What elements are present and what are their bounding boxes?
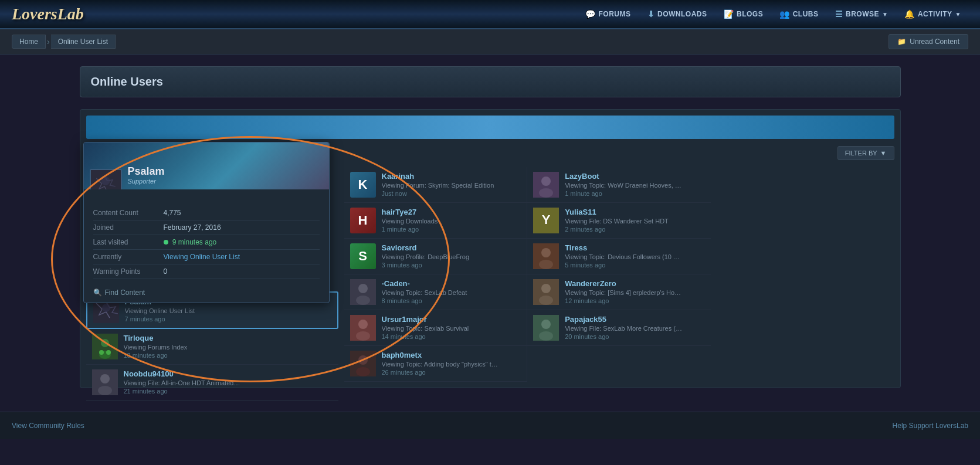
activity-icon: 🔔 (904, 9, 915, 19)
unread-content-button[interactable]: 📁 Unread Content (889, 34, 968, 49)
nav-clubs[interactable]: 👥 CLUBS (772, 6, 825, 22)
user-entry-wandererzero[interactable]: WandererZero Viewing Topic: [Sims 4] erp… (527, 274, 711, 310)
user-name-saviorsrd[interactable]: Saviorsrd (382, 243, 521, 252)
folder-icon: 📁 (897, 38, 906, 46)
user-info-noobdu94100: Noobdu94100 Viewing File: All-in-One HDT… (124, 369, 333, 395)
nav-browse[interactable]: ☰ BROWSE ▼ (828, 6, 896, 22)
user-entry-yulias11[interactable]: Y YuliaS11 Viewing File: DS Wanderer Set… (527, 203, 711, 239)
nav-downloads[interactable]: ⬇ DOWNLOADS (640, 6, 714, 22)
footer-community-rules-link[interactable]: View Community Rules (12, 422, 84, 430)
user-avatar-papajack55 (533, 315, 559, 341)
user-avatar-baph0metx (350, 351, 376, 376)
svg-point-28 (101, 339, 109, 347)
user-time-baph0metx: 26 minutes ago (382, 369, 521, 376)
svg-point-24 (539, 331, 553, 341)
users-area: FILTER BY ▼ (80, 109, 901, 388)
user-name-ursur1major[interactable]: Ursur1major (382, 315, 521, 324)
user-info-kaarinah: Kaarinah Viewing Forum: Skyrim: Special … (382, 172, 521, 197)
user-info-tirloque: Tirloque Viewing Forums Index 13 minutes… (124, 334, 333, 359)
user-name-kaarinah[interactable]: Kaarinah (382, 172, 521, 181)
svg-point-34 (98, 386, 112, 395)
user-entry-ursur1major[interactable]: Ursur1major Viewing Topic: Sexlab Surviv… (344, 310, 527, 346)
browse-dropdown-icon: ▼ (882, 11, 888, 18)
nav-activity[interactable]: 🔔 ACTIVITY ▼ (897, 6, 968, 22)
svg-point-7 (356, 331, 370, 341)
breadcrumb-bar: Home › Online User List 📁 Unread Content (0, 29, 980, 55)
user-avatar-kaarinah: K (350, 172, 376, 198)
user-time-yulias11: 2 minutes ago (565, 226, 705, 233)
user-avatar-tirloque (92, 334, 118, 359)
site-footer: View Community Rules Help Support Lovers… (0, 412, 980, 439)
filter-by-button[interactable]: FILTER BY ▼ (837, 146, 894, 160)
users-column-left: Psalam Viewing Online User List 7 minute… (86, 291, 338, 400)
user-info-baph0metx: baph0metx Viewing Topic: Adding body "ph… (382, 351, 521, 376)
nav-forums[interactable]: 💬 FORUMS (578, 6, 638, 22)
breadcrumb-separator: › (46, 37, 51, 46)
user-activity-tirloque: Viewing Forums Index (124, 344, 241, 351)
downloads-icon: ⬇ (647, 9, 655, 19)
user-info-lazyboot: LazyBoot Viewing Topic: WoW Draenei Hoov… (565, 172, 705, 197)
user-entry-saviorsrd[interactable]: S Saviorsrd Viewing Profile: DeepBlueFro… (344, 239, 527, 274)
user-name-yulias11[interactable]: YuliaS11 (565, 208, 705, 216)
breadcrumb-home[interactable]: Home (12, 35, 46, 49)
nav-blogs[interactable]: 📝 BLOGS (717, 6, 771, 22)
user-entry-baph0metx[interactable]: baph0metx Viewing Topic: Adding body "ph… (344, 346, 527, 382)
popup-avatar-image (91, 170, 121, 189)
user-entry-tiress[interactable]: Tiress Viewing Topic: Devious Followers … (527, 239, 711, 274)
user-avatar-yulias11: Y (533, 208, 559, 233)
popup-avatar (90, 169, 122, 189)
blogs-icon: 📝 (724, 9, 734, 19)
user-entry-caden[interactable]: -Caden- Viewing Topic: SexLab Defeat 8 m… (344, 274, 527, 310)
user-entry-kaarinah[interactable]: K Kaarinah Viewing Forum: Skyrim: Specia… (344, 167, 527, 203)
user-name-tirloque[interactable]: Tirloque (124, 334, 333, 342)
user-activity-kaarinah: Viewing Forum: Skyrim: Special Edition (382, 182, 499, 189)
user-name-papajack55[interactable]: Papajack55 (565, 315, 705, 324)
user-time-caden: 8 minutes ago (382, 297, 521, 304)
user-entry-tirloque[interactable]: Tirloque Viewing Forums Index 13 minutes… (86, 329, 338, 365)
user-entry-lazyboot[interactable]: LazyBoot Viewing Topic: WoW Draenei Hoov… (527, 167, 711, 203)
user-activity-yulias11: Viewing File: DS Wanderer Set HDT (565, 218, 682, 225)
find-content-link[interactable]: 🔍 Find Content (84, 285, 329, 303)
user-time-hairtye27: 1 minute ago (382, 226, 521, 233)
user-time-lazyboot: 1 minute ago (565, 190, 705, 197)
popup-last-visited-row: Last visited 9 minutes ago (93, 235, 320, 250)
svg-point-33 (100, 374, 110, 383)
user-entry-noobdu94100[interactable]: Noobdu94100 Viewing File: All-in-One HDT… (86, 365, 338, 400)
site-logo[interactable]: LoversLab (12, 5, 84, 23)
svg-point-20 (541, 284, 551, 293)
user-entry-papajack55[interactable]: Papajack55 Viewing File: SexLab More Cre… (527, 310, 711, 346)
user-avatar-hairtye27: H (350, 208, 376, 233)
user-activity-hairtye27: Viewing Downloads (382, 218, 499, 225)
footer-support-link[interactable]: Help Support LoversLab (893, 422, 968, 430)
breadcrumb-online-user-list[interactable]: Online User List (51, 35, 116, 49)
svg-point-1 (101, 177, 110, 185)
user-name-caden[interactable]: -Caden- (382, 279, 521, 288)
filter-dropdown-icon: ▼ (880, 150, 887, 157)
user-activity-ursur1major: Viewing Topic: Sexlab Survival (382, 325, 499, 332)
user-name-wandererzero[interactable]: WandererZero (565, 279, 705, 288)
user-activity-tiress: Viewing Topic: Devious Followers (10 Apr… (565, 253, 682, 260)
svg-text:Y: Y (542, 212, 551, 227)
user-avatar-wandererzero (533, 279, 559, 305)
popup-username[interactable]: Psalam (128, 165, 165, 178)
main-content: Online Users FILTER BY ▼ (68, 55, 913, 400)
svg-point-21 (539, 296, 553, 305)
user-avatar-ursur1major (350, 315, 376, 341)
popup-joined-row: Joined February 27, 2016 (93, 220, 320, 235)
user-name-lazyboot[interactable]: LazyBoot (565, 172, 705, 181)
popup-currently-row: Currently Viewing Online User List (93, 250, 320, 264)
user-name-tiress[interactable]: Tiress (565, 243, 705, 252)
user-activity-caden: Viewing Topic: SexLab Defeat (382, 289, 499, 296)
user-info-ursur1major: Ursur1major Viewing Topic: Sexlab Surviv… (382, 315, 521, 340)
user-name-noobdu94100[interactable]: Noobdu94100 (124, 369, 333, 378)
breadcrumb: Home › Online User List (12, 35, 116, 49)
user-entry-hairtye27[interactable]: H hairTye27 Viewing Downloads 1 minute a… (344, 203, 527, 239)
popup-content-count-row: Content Count 4,775 (93, 206, 320, 220)
user-name-hairtye27[interactable]: hairTye27 (382, 208, 521, 216)
user-avatar-noobdu94100 (92, 369, 118, 395)
user-activity-saviorsrd: Viewing Profile: DeepBlueFrog (382, 253, 499, 260)
svg-point-18 (539, 260, 553, 269)
user-name-baph0metx[interactable]: baph0metx (382, 351, 521, 359)
user-time-noobdu94100: 21 minutes ago (124, 388, 333, 395)
user-activity-psalam: Viewing Online User List (125, 307, 242, 314)
